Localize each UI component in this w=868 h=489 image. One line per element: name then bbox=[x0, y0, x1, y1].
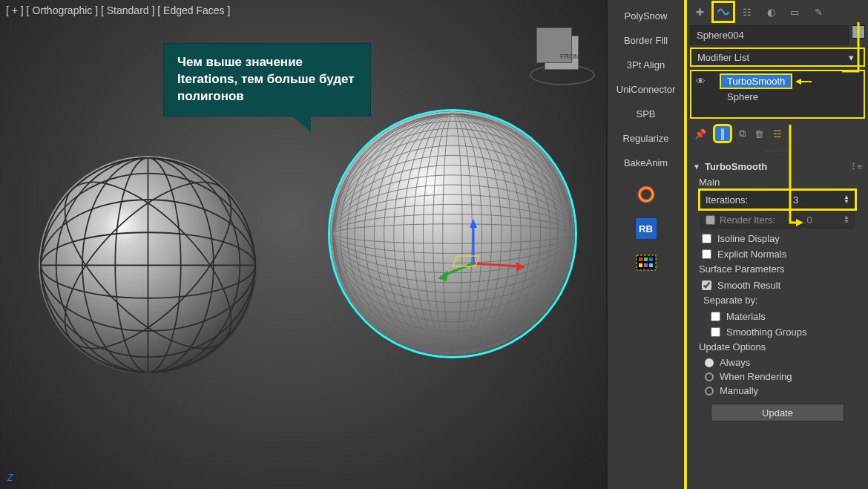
tab-motion[interactable]: ◐ bbox=[761, 3, 780, 21]
iterations-spinner[interactable]: Iterations: 3 ▲▼ bbox=[700, 191, 855, 209]
smooth-result-check[interactable]: Smooth Result bbox=[693, 278, 862, 293]
viewcube[interactable]: FRONT bbox=[534, 30, 590, 85]
sphere-lowpoly[interactable] bbox=[39, 156, 257, 375]
render-iters-spinner[interactable]: Render Iters: 0 ▲▼ bbox=[700, 211, 855, 229]
tool-regularize[interactable]: Regularize bbox=[612, 130, 680, 147]
update-button[interactable]: Update bbox=[711, 404, 844, 421]
command-panel: ✚ ☷ ◐ ▭ ✎ Modifier List ▾ 👁 TurboSmooth bbox=[687, 0, 868, 489]
smooth-result-checkbox[interactable] bbox=[702, 280, 711, 290]
svg-point-47 bbox=[640, 188, 653, 201]
viewcube-label: FRONT bbox=[560, 53, 583, 60]
rollout-menu-icon[interactable]: ⋮≡ bbox=[849, 162, 862, 171]
stack-item-turbosmooth[interactable]: 👁 TurboSmooth bbox=[694, 74, 861, 88]
tool-3pt-align[interactable]: 3Pt Align bbox=[612, 56, 680, 73]
group-main: Main bbox=[699, 177, 862, 188]
sep-smgroups-label: Smoothing Groups bbox=[726, 326, 806, 338]
smooth-result-label: Smooth Result bbox=[717, 280, 780, 291]
iterations-value[interactable]: 3 bbox=[783, 194, 809, 206]
remove-modifier-icon[interactable]: 🗑 bbox=[754, 128, 764, 140]
render-iters-label: Render Iters: bbox=[720, 214, 775, 226]
tool-bakeanim[interactable]: BakeAnim bbox=[612, 154, 680, 171]
spinner-arrows-icon[interactable]: ▲▼ bbox=[844, 215, 849, 224]
tab-create[interactable]: ✚ bbox=[690, 3, 709, 21]
svg-marker-56 bbox=[795, 79, 801, 85]
annotation-callout: Чем выше значение Iterations, тем больше… bbox=[163, 43, 371, 116]
stack-item-label: TurboSmooth bbox=[721, 75, 791, 88]
update-always-radio[interactable]: Always bbox=[693, 355, 862, 370]
tab-display[interactable]: ▭ bbox=[785, 3, 804, 21]
viewport[interactable]: [ + ] [ Orthographic ] [ Standard ] [ Ed… bbox=[0, 0, 607, 489]
show-end-result-icon[interactable]: ║ bbox=[715, 126, 730, 141]
tool-uniconnector[interactable]: UniConnector bbox=[612, 81, 680, 98]
modifier-stack[interactable]: 👁 TurboSmooth Sphere bbox=[690, 70, 865, 119]
update-when-rendering-label: When Rendering bbox=[720, 371, 792, 382]
sep-materials-checkbox[interactable] bbox=[711, 312, 720, 321]
sep-smgroups-checkbox[interactable] bbox=[711, 327, 720, 337]
svg-rect-51 bbox=[649, 257, 653, 261]
object-name-field[interactable] bbox=[690, 25, 849, 45]
rollout-turbosmooth: ▼ TurboSmooth ⋮≡ Main Iterations: 3 ▲▼ R… bbox=[690, 157, 865, 426]
isoline-check[interactable]: Isoline Display bbox=[693, 231, 862, 246]
explicit-normals-check[interactable]: Explicit Normals bbox=[693, 246, 862, 262]
modifier-list-label: Modifier List bbox=[697, 52, 749, 63]
tab-hierarchy[interactable]: ☷ bbox=[737, 3, 757, 21]
separate-by-label: Separate by: bbox=[703, 295, 862, 306]
update-manually-label: Manually bbox=[720, 385, 758, 396]
panel-grip[interactable] bbox=[690, 148, 865, 154]
make-unique-icon[interactable]: ⧉ bbox=[739, 128, 746, 140]
chevron-down-icon[interactable]: ▾ bbox=[844, 52, 858, 63]
isoline-label: Isoline Display bbox=[717, 233, 780, 244]
group-update: Update Options bbox=[699, 341, 862, 352]
tab-utilities[interactable]: ✎ bbox=[809, 3, 828, 21]
svg-rect-52 bbox=[639, 263, 642, 267]
spinner-arrows-icon[interactable]: ▲▼ bbox=[844, 195, 849, 204]
stack-item-label: Sphere bbox=[721, 91, 764, 103]
rollout-header[interactable]: ▼ TurboSmooth ⋮≡ bbox=[693, 158, 862, 175]
tab-modify[interactable] bbox=[714, 3, 733, 21]
update-always-label: Always bbox=[720, 357, 750, 368]
command-tabs: ✚ ☷ ◐ ▭ ✎ bbox=[690, 1, 865, 22]
rollout-title: TurboSmooth bbox=[705, 161, 767, 172]
svg-rect-54 bbox=[649, 263, 653, 267]
svg-rect-49 bbox=[639, 257, 642, 261]
world-axis-icon: Z bbox=[7, 473, 13, 483]
iterations-label: Iterations: bbox=[706, 194, 748, 206]
render-iters-value: 0 bbox=[796, 214, 823, 226]
modifier-list-dropdown[interactable]: Modifier List ▾ bbox=[690, 47, 865, 67]
viewport-label[interactable]: [ + ] [ Orthographic ] [ Standard ] [ Ed… bbox=[6, 4, 230, 16]
svg-rect-53 bbox=[644, 263, 648, 267]
tool-donut-icon[interactable] bbox=[635, 183, 657, 206]
isoline-checkbox[interactable] bbox=[702, 234, 711, 243]
render-iters-checkbox[interactable] bbox=[706, 215, 715, 225]
sep-smgroups-check[interactable]: Smoothing Groups bbox=[693, 324, 862, 340]
visibility-toggle-icon[interactable]: 👁 bbox=[696, 76, 708, 87]
object-name-input[interactable] bbox=[697, 30, 842, 41]
svg-rect-50 bbox=[644, 257, 648, 261]
update-manually-radio[interactable]: Manually bbox=[693, 384, 862, 398]
update-when-rendering-radio[interactable]: When Rendering bbox=[693, 370, 862, 384]
explicit-normals-checkbox[interactable] bbox=[702, 249, 711, 259]
pin-icon[interactable]: 📌 bbox=[694, 128, 706, 140]
tool-rb-icon[interactable]: RB bbox=[635, 217, 657, 240]
tool-spb[interactable]: SPB bbox=[612, 105, 680, 122]
arrow-left-icon bbox=[795, 77, 812, 86]
collapse-icon[interactable]: ▼ bbox=[693, 163, 700, 171]
script-toolbar: PolySnow Border Fill 3Pt Align UniConnec… bbox=[607, 0, 687, 489]
configure-sets-icon[interactable]: ☲ bbox=[773, 128, 782, 140]
explicit-normals-label: Explicit Normals bbox=[717, 249, 786, 260]
stack-toolbar: 📌 ║ ⧉ 🗑 ☲ bbox=[690, 122, 865, 145]
tool-polysnow[interactable]: PolySnow bbox=[612, 7, 680, 24]
sphere-turbosmooth[interactable] bbox=[330, 111, 575, 356]
sep-materials-check[interactable]: Materials bbox=[693, 309, 862, 324]
tool-palette-icon[interactable] bbox=[635, 252, 657, 274]
object-color-swatch[interactable] bbox=[852, 25, 865, 39]
stack-item-sphere[interactable]: Sphere bbox=[694, 90, 861, 104]
group-surface: Surface Parameters bbox=[699, 263, 862, 275]
sep-materials-label: Materials bbox=[726, 311, 766, 322]
tool-borderfill[interactable]: Border Fill bbox=[612, 32, 680, 49]
